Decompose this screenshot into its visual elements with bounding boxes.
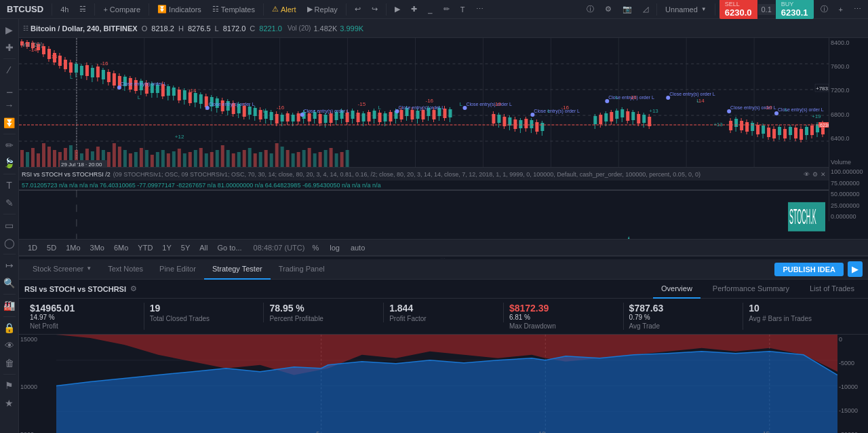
indicators-btn[interactable]: ⏬ Indicators <box>153 3 205 15</box>
indicator-params: (09 STOCHRSIv1; OSC, 09 STOCHRSIv1; OSC,… <box>113 171 701 178</box>
sub-tab-overview[interactable]: Overview <box>653 280 701 299</box>
crosshair-tool[interactable]: ✚ <box>1 39 18 56</box>
account-info-btn[interactable]: ⓘ <box>816 3 832 16</box>
auto-btn[interactable]: auto <box>347 242 368 253</box>
settings-top-btn[interactable]: ⚙ <box>601 3 616 15</box>
brush-tool[interactable]: 🍃 <box>1 155 18 171</box>
stats-row: $14965.01 14.97 % Net Profit 19 Total Cl… <box>19 299 868 335</box>
hline-tool[interactable]: ⎯ <box>1 79 18 96</box>
svg-rect-16 <box>20 150 24 167</box>
info-btn[interactable]: ⓘ <box>583 3 598 16</box>
magnet-tool[interactable]: 🏭 <box>1 297 18 314</box>
text-tool[interactable]: T <box>1 177 18 193</box>
svg-rect-142 <box>194 93 197 102</box>
more-tools-btn[interactable]: ⋯ <box>472 3 488 15</box>
rect-tool[interactable]: ▭ <box>1 217 18 233</box>
text-btn[interactable]: T <box>456 4 469 15</box>
trash-tool[interactable]: 🗑 <box>1 355 18 371</box>
compare-btn[interactable]: + Compare <box>99 4 144 15</box>
lock-tool[interactable]: 🔒 <box>1 320 18 336</box>
replay-btn[interactable]: ▶ Replay <box>303 3 342 15</box>
line-btn[interactable]: ⎯ <box>424 4 437 15</box>
svg-rect-290 <box>756 125 760 134</box>
qty-box[interactable]: 0.1 <box>758 4 775 15</box>
publish-chart-btn[interactable]: ▶ <box>848 261 863 277</box>
camera-btn[interactable]: 📷 <box>618 3 636 15</box>
svg-rect-266 <box>615 111 618 119</box>
eye-tool[interactable]: 👁 <box>1 337 18 354</box>
close-value: 8221.0 <box>259 24 282 33</box>
sell-buy-box: SELL 6230.0 0.1 BUY 6230.1 <box>719 0 814 19</box>
price-8400: 8400.0 <box>831 39 867 46</box>
crosshair-btn[interactable]: ✚ <box>407 3 421 15</box>
main-chart[interactable]: Vol (20) <box>19 38 829 167</box>
more-right-btn[interactable]: ⋯ <box>850 3 865 15</box>
ray-tool[interactable]: → <box>1 97 18 113</box>
goto-btn[interactable]: Go to... <box>214 242 245 253</box>
svg-text:+7831: +7831 <box>816 86 829 92</box>
indicator-close[interactable]: ✕ <box>821 171 826 178</box>
tab-text-notes[interactable]: Text Notes <box>100 259 151 280</box>
flag-tool[interactable]: ⚑ <box>1 377 18 394</box>
equity-chart[interactable]: 0 -5000 -10000 -15000 -20000 15000 10000… <box>19 335 868 433</box>
svg-rect-310 <box>810 126 814 135</box>
strategy-settings-icon[interactable]: ⚙ <box>130 284 137 293</box>
vol-value-2: 3.999K <box>340 24 363 33</box>
ls-sep-1 <box>3 58 16 59</box>
zoom-tool[interactable]: 🔍 <box>1 275 18 291</box>
indicator-eye[interactable]: 👁 <box>804 171 810 178</box>
plus-icon-btn[interactable]: + <box>835 4 847 15</box>
pct-btn[interactable]: % <box>309 242 322 253</box>
timeframe-4h-btn[interactable]: 4h <box>56 4 73 15</box>
tf-3mo[interactable]: 3Mo <box>87 242 108 253</box>
sell-box[interactable]: SELL 6230.0 <box>719 0 757 19</box>
indicator-controls: 👁 ⚙ ✕ <box>804 171 826 178</box>
tab-pine-editor[interactable]: Pine Editor <box>151 259 204 280</box>
unnamed-btn[interactable]: Unnamed ▼ <box>661 4 711 15</box>
svg-rect-306 <box>800 129 803 140</box>
undo-btn[interactable]: ↩ <box>351 3 365 15</box>
svg-rect-162 <box>248 107 252 115</box>
publish-idea-btn[interactable]: PUBLISH IDEA <box>774 263 844 276</box>
templates-label: Templates <box>221 5 255 14</box>
line-tool[interactable]: ∕ <box>1 62 18 78</box>
interval-btn[interactable]: ☵ <box>75 3 90 15</box>
tf-6mo[interactable]: 6Mo <box>111 242 132 253</box>
fib-tool[interactable]: ⏬ <box>1 115 18 131</box>
open-value: 8218.2 <box>151 24 174 33</box>
templates-btn[interactable]: ☷ Templates <box>208 3 259 15</box>
tf-1mo[interactable]: 1Mo <box>62 242 83 253</box>
sub-tab-performance[interactable]: Performance Summary <box>705 280 797 299</box>
equity-svg: 5 10 15 <box>56 335 837 433</box>
tf-1y[interactable]: 1Y <box>159 242 174 253</box>
cursor-btn[interactable]: ▶ <box>391 3 404 15</box>
tf-5y[interactable]: 5Y <box>178 242 193 253</box>
svg-rect-45 <box>178 149 181 167</box>
tf-ytd[interactable]: YTD <box>134 242 156 253</box>
pencil-btn[interactable]: ✏ <box>439 3 454 15</box>
star-tool[interactable]: ★ <box>1 395 18 411</box>
top-toolbar: BTCUSD 4h ☵ + Compare ⏬ Indicators ☷ Tem… <box>0 0 868 19</box>
alert-icon: ⚠ <box>272 5 279 14</box>
tf-1d[interactable]: 1D <box>24 242 41 253</box>
indicator-settings[interactable]: ⚙ <box>812 171 818 178</box>
alert-btn[interactable]: ⚠ Alert <box>268 3 300 15</box>
sub-tab-trades[interactable]: List of Trades <box>802 280 863 299</box>
tab-strategy-tester[interactable]: Strategy Tester <box>204 259 271 280</box>
cursor-tool[interactable]: ▶ <box>1 22 18 38</box>
ruler-tool[interactable]: ↦ <box>1 257 18 274</box>
pencil-tool[interactable]: ✏ <box>1 137 18 153</box>
note-tool[interactable]: ✎ <box>1 195 18 211</box>
fullscreen-btn[interactable]: ◿ <box>639 3 652 15</box>
log-btn[interactable]: log <box>326 242 343 253</box>
redo-btn[interactable]: ↪ <box>368 3 382 15</box>
circle-tool[interactable]: ◯ <box>1 235 18 251</box>
price-7200: 7200.0 <box>831 87 867 94</box>
buy-box[interactable]: BUY 6230.1 <box>776 0 814 19</box>
tf-5d[interactable]: 5D <box>43 242 60 253</box>
tab-stock-screener[interactable]: Stock Screener ▼ <box>24 259 100 280</box>
tf-all[interactable]: All <box>196 242 211 253</box>
tab-trading-panel[interactable]: Trading Panel <box>271 259 333 280</box>
avg-trade-pct: 0.79 % <box>629 314 738 321</box>
svg-rect-200 <box>351 111 355 119</box>
